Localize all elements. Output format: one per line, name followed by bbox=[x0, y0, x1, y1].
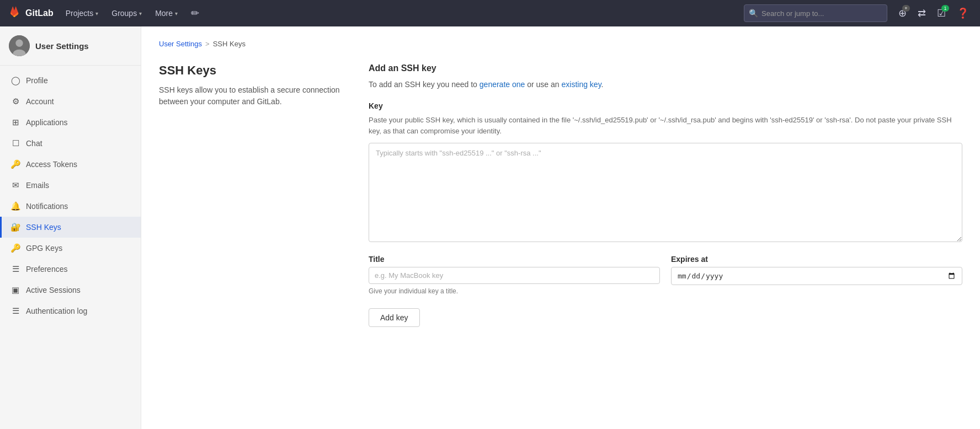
profile-icon: ◯ bbox=[10, 76, 20, 85]
add-ssh-title: Add an SSH key bbox=[369, 63, 962, 73]
section-title: SSH Keys bbox=[159, 63, 347, 78]
access-tokens-icon: 🔑 bbox=[10, 159, 20, 169]
applications-icon: ⊞ bbox=[10, 117, 20, 127]
sidebar-header: User Settings bbox=[0, 26, 141, 66]
right-panel: Add an SSH key To add an SSH key you nee… bbox=[369, 63, 962, 327]
chat-icon: ☐ bbox=[10, 138, 20, 148]
key-textarea[interactable] bbox=[369, 143, 962, 242]
more-chevron: ▾ bbox=[175, 10, 178, 17]
sidebar-label-profile: Profile bbox=[26, 76, 48, 85]
breadcrumb: User Settings > SSH Keys bbox=[159, 40, 962, 48]
existing-key-link[interactable]: existing key bbox=[562, 80, 601, 89]
sidebar-label-emails: Emails bbox=[26, 181, 49, 190]
account-icon: ⚙ bbox=[10, 96, 20, 106]
sidebar-label-active-sessions: Active Sessions bbox=[26, 286, 81, 294]
sidebar-label-access-tokens: Access Tokens bbox=[26, 160, 77, 169]
brand-name: GitLab bbox=[25, 8, 54, 18]
preferences-icon: ☰ bbox=[10, 264, 20, 274]
sidebar-item-active-sessions[interactable]: ▣Active Sessions bbox=[0, 280, 141, 301]
section-desc: SSH keys allow you to establish a secure… bbox=[159, 84, 347, 108]
key-label: Key bbox=[369, 101, 962, 110]
sidebar: User Settings ◯Profile⚙Account⊞Applicati… bbox=[0, 26, 141, 429]
add-ssh-desc: To add an SSH key you need to generate o… bbox=[369, 79, 962, 90]
title-hint: Give your individual key a title. bbox=[369, 287, 660, 295]
breadcrumb-parent-link[interactable]: User Settings bbox=[159, 40, 202, 48]
search-input[interactable] bbox=[761, 9, 882, 18]
sidebar-label-preferences: Preferences bbox=[26, 265, 67, 274]
breadcrumb-separator: > bbox=[205, 40, 210, 48]
sidebar-label-applications: Applications bbox=[26, 118, 68, 127]
sidebar-item-preferences[interactable]: ☰Preferences bbox=[0, 259, 141, 280]
auth-log-icon: ☰ bbox=[10, 306, 20, 316]
search-bar[interactable]: 🔍 bbox=[744, 4, 887, 22]
add-key-button[interactable]: Add key bbox=[369, 308, 420, 327]
help-button[interactable]: ❓ bbox=[952, 4, 973, 23]
sidebar-label-ssh-keys: SSH Keys bbox=[26, 223, 61, 232]
sidebar-item-chat[interactable]: ☐Chat bbox=[0, 133, 141, 154]
ssh-keys-icon: 🔐 bbox=[10, 222, 20, 232]
plus-button[interactable]: ⊕ + bbox=[894, 4, 911, 23]
sidebar-item-ssh-keys[interactable]: 🔐SSH Keys bbox=[0, 217, 141, 238]
sidebar-label-notifications: Notifications bbox=[26, 202, 68, 211]
sidebar-item-notifications[interactable]: 🔔Notifications bbox=[0, 196, 141, 217]
issues-button[interactable]: ☑ 1 bbox=[933, 4, 950, 23]
sidebar-label-auth-log: Authentication log bbox=[26, 307, 87, 315]
sidebar-label-account: Account bbox=[26, 97, 54, 106]
search-icon: 🔍 bbox=[749, 9, 758, 18]
sidebar-item-account[interactable]: ⚙Account bbox=[0, 91, 141, 112]
title-group: Title Give your individual key a title. bbox=[369, 255, 660, 295]
sidebar-item-profile[interactable]: ◯Profile bbox=[0, 70, 141, 91]
desc-prefix: To add an SSH key you need to bbox=[369, 80, 480, 89]
key-field-desc: Paste your public SSH key, which is usua… bbox=[369, 115, 962, 136]
sidebar-label-chat: Chat bbox=[26, 139, 42, 148]
content-grid: SSH Keys SSH keys allow you to establish… bbox=[159, 63, 962, 327]
desc-middle: or use an bbox=[525, 80, 561, 89]
breadcrumb-current: SSH Keys bbox=[213, 40, 246, 48]
form-row: Title Give your individual key a title. … bbox=[369, 255, 962, 295]
title-label: Title bbox=[369, 255, 660, 264]
avatar bbox=[9, 35, 30, 56]
nav-icons: ⊕ + ⇄ ☑ 1 ❓ bbox=[894, 4, 973, 23]
more-menu[interactable]: More ▾ bbox=[150, 6, 183, 21]
svg-point-1 bbox=[15, 40, 23, 47]
expires-label: Expires at bbox=[671, 255, 962, 264]
layout: User Settings ◯Profile⚙Account⊞Applicati… bbox=[0, 26, 980, 429]
sidebar-item-applications[interactable]: ⊞Applications bbox=[0, 112, 141, 133]
sidebar-item-emails[interactable]: ✉Emails bbox=[0, 175, 141, 196]
gpg-keys-icon: 🔑 bbox=[10, 243, 20, 253]
groups-chevron: ▾ bbox=[139, 10, 142, 17]
sidebar-item-gpg-keys[interactable]: 🔑GPG Keys bbox=[0, 238, 141, 259]
groups-menu[interactable]: Groups ▾ bbox=[106, 6, 147, 21]
expires-group: Expires at bbox=[671, 255, 962, 295]
left-panel: SSH Keys SSH keys allow you to establish… bbox=[159, 63, 347, 327]
sidebar-item-access-tokens[interactable]: 🔑Access Tokens bbox=[0, 154, 141, 175]
snippet-icon-btn[interactable]: ✏ bbox=[185, 4, 205, 23]
main-content: User Settings > SSH Keys SSH Keys SSH ke… bbox=[141, 26, 980, 429]
projects-menu[interactable]: Projects ▾ bbox=[60, 6, 104, 21]
brand-logo[interactable]: GitLab bbox=[7, 6, 54, 21]
issues-badge: 1 bbox=[941, 5, 949, 12]
generate-one-link[interactable]: generate one bbox=[480, 80, 525, 89]
expires-input[interactable] bbox=[671, 267, 962, 285]
sidebar-item-auth-log[interactable]: ☰Authentication log bbox=[0, 301, 141, 321]
title-input[interactable] bbox=[369, 267, 660, 284]
merge-requests-button[interactable]: ⇄ bbox=[913, 4, 930, 23]
topnav: GitLab Projects ▾ Groups ▾ More ▾ ✏ 🔍 ⊕ … bbox=[0, 0, 980, 26]
sidebar-nav: ◯Profile⚙Account⊞Applications☐Chat🔑Acces… bbox=[0, 66, 141, 326]
notifications-icon: 🔔 bbox=[10, 201, 20, 211]
projects-chevron: ▾ bbox=[95, 10, 98, 17]
emails-icon: ✉ bbox=[10, 180, 20, 190]
plus-badge: + bbox=[902, 5, 910, 12]
active-sessions-icon: ▣ bbox=[10, 285, 20, 295]
sidebar-title: User Settings bbox=[35, 41, 89, 51]
sidebar-label-gpg-keys: GPG Keys bbox=[26, 244, 62, 253]
desc-suffix: . bbox=[601, 80, 604, 89]
